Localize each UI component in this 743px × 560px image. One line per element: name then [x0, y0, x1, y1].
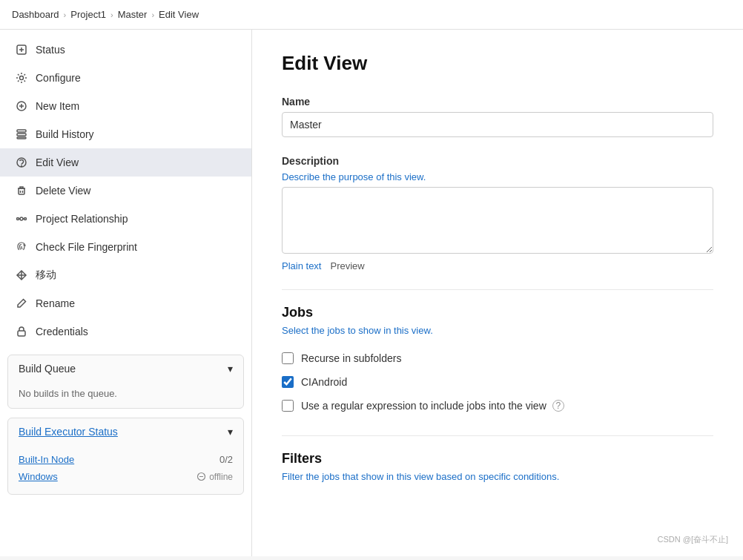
sidebar-item-move[interactable]: 移动: [0, 261, 251, 289]
sidebar-item-fingerprint-label: Check File Fingerprint: [36, 241, 137, 253]
executor-row-windows: Windows offline: [19, 468, 233, 485]
breadcrumb-dashboard[interactable]: Dashboard: [12, 9, 59, 20]
sidebar-item-status[interactable]: Status: [0, 36, 251, 64]
build-executor-chevron: ▾: [228, 426, 233, 438]
builtin-node-link[interactable]: Built-In Node: [19, 454, 74, 465]
sidebar-item-credentials[interactable]: Credentials: [0, 317, 251, 346]
breadcrumb-project[interactable]: Project1: [70, 9, 106, 20]
sidebar: Status Configure New Item: [0, 30, 252, 556]
build-queue-body: No builds in the queue.: [8, 382, 243, 408]
sidebar-item-new-item[interactable]: New Item: [0, 92, 251, 120]
page-title: Edit View: [282, 52, 713, 75]
build-executor-header[interactable]: Build Executor Status ▾: [8, 418, 243, 445]
svg-point-3: [20, 76, 24, 80]
build-queue-title: Build Queue: [19, 363, 76, 375]
build-queue-chevron: ▾: [228, 363, 233, 375]
divider-2: [282, 435, 713, 436]
executor-row-builtin: Built-In Node 0/2: [19, 451, 233, 468]
sidebar-item-project-relationship-label: Project Relationship: [36, 213, 128, 225]
configure-icon: [15, 71, 28, 85]
sidebar-item-fingerprint[interactable]: Check File Fingerprint: [0, 233, 251, 261]
svg-point-17: [24, 218, 27, 220]
sidebar-item-delete-view-label: Delete View: [36, 185, 90, 197]
sidebar-item-new-item-label: New Item: [36, 100, 79, 112]
regex-help-icon[interactable]: ?: [552, 400, 564, 412]
new-item-icon: [15, 99, 28, 113]
sidebar-item-configure[interactable]: Configure: [0, 64, 251, 92]
breadcrumb-master[interactable]: Master: [118, 9, 148, 20]
sidebar-item-build-history-label: Build History: [36, 128, 94, 140]
sidebar-item-status-label: Status: [36, 44, 65, 56]
sidebar-item-edit-view[interactable]: Edit View: [0, 148, 251, 177]
build-executor-title: Build Executor Status: [19, 426, 118, 438]
delete-view-icon: [15, 184, 28, 197]
breadcrumb: Dashboard › Project1 › Master › Edit Vie…: [0, 0, 743, 30]
main-content: Edit View Name Description Describe the …: [252, 30, 743, 556]
description-hint[interactable]: Describe the purpose of this view.: [282, 171, 713, 182]
windows-node-link[interactable]: Windows: [19, 471, 58, 482]
checkbox-recurse-row: Recurse in subfolders: [282, 346, 713, 370]
sidebar-item-project-relationship[interactable]: Project Relationship: [0, 205, 251, 233]
breadcrumb-sep-1: ›: [64, 10, 67, 19]
windows-node-status: offline: [197, 472, 233, 482]
name-label: Name: [282, 96, 713, 108]
build-executor-panel: Build Executor Status ▾ Built-In Node 0/…: [7, 418, 244, 495]
sidebar-item-rename-label: Rename: [36, 297, 75, 309]
description-section: Description Describe the purpose of this…: [282, 155, 713, 271]
sidebar-item-credentials-label: Credentials: [36, 326, 88, 337]
svg-point-11: [22, 166, 22, 167]
builtin-node-status: 0/2: [219, 454, 233, 465]
recurse-label[interactable]: Recurse in subfolders: [301, 352, 401, 364]
jobs-section: Jobs Select the jobs to show in this vie…: [282, 305, 713, 418]
build-queue-panel: Build Queue ▾ No builds in the queue.: [7, 355, 244, 409]
edit-view-icon: [15, 156, 28, 169]
build-queue-header[interactable]: Build Queue ▾: [8, 355, 243, 382]
svg-rect-9: [17, 137, 26, 139]
svg-rect-22: [18, 331, 25, 336]
jobs-hint[interactable]: Select the jobs to show in this view.: [282, 325, 713, 336]
name-section: Name: [282, 96, 713, 137]
build-history-icon: [15, 128, 28, 141]
jobs-title: Jobs: [282, 305, 713, 320]
filters-hint[interactable]: Filter the jobs that show in this view b…: [282, 471, 713, 482]
checkbox-ciandroid-row: CIAndroid: [282, 370, 713, 394]
svg-rect-12: [19, 188, 24, 194]
checkbox-regex-row: Use a regular expression to include jobs…: [282, 394, 713, 418]
layout: Status Configure New Item: [0, 30, 743, 556]
svg-rect-8: [17, 134, 26, 136]
regex-label[interactable]: Use a regular expression to include jobs…: [301, 400, 564, 412]
preview-link[interactable]: Preview: [330, 260, 364, 271]
offline-icon: [197, 472, 206, 481]
project-rel-icon: [15, 212, 28, 225]
breadcrumb-sep-2: ›: [110, 10, 113, 19]
filters-section: Filters Filter the jobs that show in thi…: [282, 451, 713, 482]
divider-1: [282, 289, 713, 290]
breadcrumb-sep-3: ›: [151, 10, 154, 19]
description-textarea[interactable]: [282, 187, 713, 254]
breadcrumb-current: Edit View: [159, 9, 199, 20]
svg-point-15: [20, 217, 23, 220]
sidebar-item-delete-view[interactable]: Delete View: [0, 177, 251, 205]
credentials-icon: [15, 325, 28, 338]
rename-icon: [15, 297, 28, 310]
svg-rect-7: [17, 130, 26, 132]
build-queue-empty: No builds in the queue.: [19, 388, 117, 399]
text-format-links: Plain text Preview: [282, 260, 713, 271]
sidebar-item-edit-view-label: Edit View: [36, 157, 79, 168]
fingerprint-icon: [15, 240, 28, 254]
sidebar-item-configure-label: Configure: [36, 72, 81, 84]
status-icon: [15, 43, 28, 56]
filters-title: Filters: [282, 451, 713, 467]
sidebar-item-rename[interactable]: Rename: [0, 289, 251, 317]
svg-point-16: [17, 218, 19, 220]
move-icon: [15, 269, 28, 282]
ciandroid-label[interactable]: CIAndroid: [301, 376, 347, 388]
description-label: Description: [282, 155, 713, 167]
name-input[interactable]: [282, 112, 713, 137]
ciandroid-checkbox[interactable]: [282, 376, 294, 388]
sidebar-item-move-label: 移动: [36, 269, 56, 282]
plain-text-link[interactable]: Plain text: [282, 260, 321, 271]
sidebar-item-build-history[interactable]: Build History: [0, 120, 251, 148]
regex-checkbox[interactable]: [282, 400, 294, 412]
recurse-checkbox[interactable]: [282, 352, 294, 364]
